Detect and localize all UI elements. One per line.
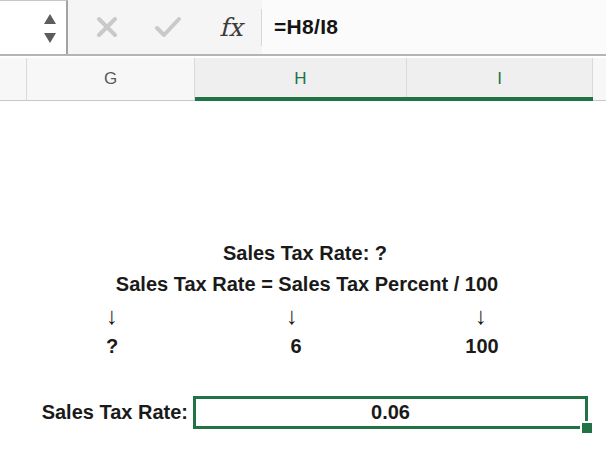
- column-header-g[interactable]: G: [27, 58, 195, 100]
- value-hundred: 100: [465, 335, 498, 358]
- value-unknown: ?: [106, 335, 118, 358]
- stepper-up-icon[interactable]: [44, 14, 56, 24]
- sheet-canvas: Sales Tax Rate: ? Sales Tax Rate = Sales…: [0, 101, 606, 458]
- equation-cell-text: Sales Tax Rate = Sales Tax Percent / 100: [116, 273, 498, 296]
- result-label: Sales Tax Rate:: [42, 396, 188, 429]
- formula-bar: fx =H8/I8: [0, 0, 606, 56]
- column-header-row: G H I: [0, 58, 606, 101]
- down-arrow-icon: ↓: [286, 302, 298, 330]
- name-box[interactable]: [0, 0, 68, 54]
- title-cell-text: Sales Tax Rate: ?: [223, 242, 387, 265]
- selected-cell[interactable]: 0.06: [193, 396, 588, 429]
- cancel-icon[interactable]: [93, 0, 121, 54]
- spreadsheet-app: fx =H8/I8 G H I Sales Tax Rate: ? Sales …: [0, 0, 606, 458]
- enter-check-icon[interactable]: [152, 0, 184, 54]
- formula-input[interactable]: =H8/I8: [262, 0, 606, 54]
- down-arrow-icon: ↓: [106, 302, 118, 330]
- value-percent: 6: [290, 335, 301, 358]
- insert-function-icon[interactable]: fx: [211, 0, 251, 54]
- down-arrow-icon: ↓: [475, 302, 487, 330]
- column-header-rest[interactable]: [593, 58, 606, 100]
- name-box-stepper[interactable]: [43, 1, 57, 55]
- stepper-down-icon[interactable]: [44, 33, 56, 43]
- column-header-stub[interactable]: [0, 58, 27, 100]
- fill-handle[interactable]: [582, 423, 592, 433]
- column-header-i[interactable]: I: [407, 58, 593, 100]
- column-header-h[interactable]: H: [195, 58, 407, 100]
